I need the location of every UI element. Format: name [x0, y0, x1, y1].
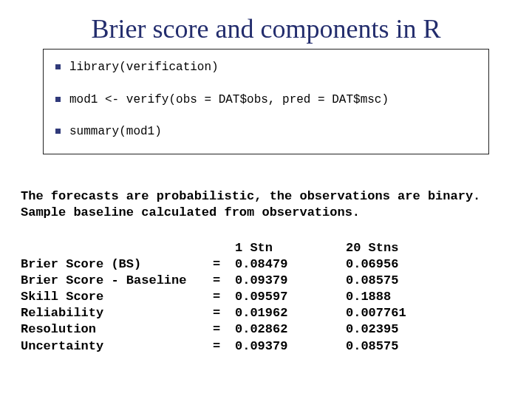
metric-label: Reliability	[21, 305, 213, 321]
metric-value-1: 0.09379	[235, 338, 346, 355]
metric-value-2: 0.06956	[346, 256, 406, 273]
metric-value-2: 0.08575	[346, 273, 406, 289]
metric-value-1: 0.01962	[235, 305, 346, 321]
metric-value-1: 0.09597	[235, 289, 346, 305]
table-row: Skill Score = 0.09597 0.1888	[21, 289, 406, 305]
metric-value-2: 0.02395	[346, 321, 406, 338]
column-header-2: 20 Stns	[346, 240, 406, 256]
metric-label: Skill Score	[21, 289, 213, 305]
bullet-icon	[55, 97, 61, 102]
code-line: mod1 <- verify(obs = DAT$obs, pred = DAT…	[51, 91, 475, 110]
code-text: mod1 <- verify(obs = DAT$obs, pred = DAT…	[69, 91, 389, 110]
table-row: Uncertainty = 0.09379 0.08575	[21, 338, 406, 355]
bullet-icon	[55, 64, 61, 69]
results-table: 1 Stn 20 Stns Brier Score (BS) = 0.08479…	[21, 240, 406, 355]
metric-value-1: 0.02862	[235, 321, 346, 338]
table-row: Reliability = 0.01962 0.007761	[21, 305, 406, 321]
metric-label: Brier Score - Baseline	[21, 273, 213, 289]
output-intro-line: The forecasts are probabilistic, the obs…	[21, 188, 511, 205]
equals-sign: =	[213, 338, 235, 355]
metric-value-2: 0.007761	[346, 305, 406, 321]
equals-sign: =	[213, 321, 235, 338]
code-line: library(verification)	[51, 58, 475, 78]
code-box: library(verification) mod1 <- verify(obs…	[43, 49, 489, 154]
slide-title: Brier score and components in R	[21, 13, 511, 44]
column-header-1: 1 Stn	[235, 240, 346, 256]
bullet-icon	[55, 129, 61, 134]
metric-value-1: 0.09379	[235, 273, 346, 289]
code-text: library(verification)	[69, 58, 219, 78]
metric-label: Brier Score (BS)	[21, 256, 213, 273]
code-line: summary(mod1)	[51, 123, 475, 142]
metric-value-2: 0.08575	[346, 338, 406, 355]
metric-label: Resolution	[21, 321, 213, 338]
code-text: summary(mod1)	[69, 123, 162, 142]
table-row: Resolution = 0.02862 0.02395	[21, 321, 406, 338]
table-row: Brier Score (BS) = 0.08479 0.06956	[21, 256, 406, 273]
metric-value-1: 0.08479	[235, 256, 346, 273]
equals-sign: =	[213, 256, 235, 273]
metric-label: Uncertainty	[21, 338, 213, 355]
equals-sign: =	[213, 289, 235, 305]
output-block: The forecasts are probabilistic, the obs…	[21, 188, 511, 355]
equals-sign: =	[213, 305, 235, 321]
table-row: Brier Score - Baseline = 0.09379 0.08575	[21, 273, 406, 289]
metric-value-2: 0.1888	[346, 289, 406, 305]
equals-sign: =	[213, 273, 235, 289]
output-intro-line: Sample baseline calculated from observat…	[21, 205, 511, 221]
table-header-row: 1 Stn 20 Stns	[21, 240, 406, 256]
